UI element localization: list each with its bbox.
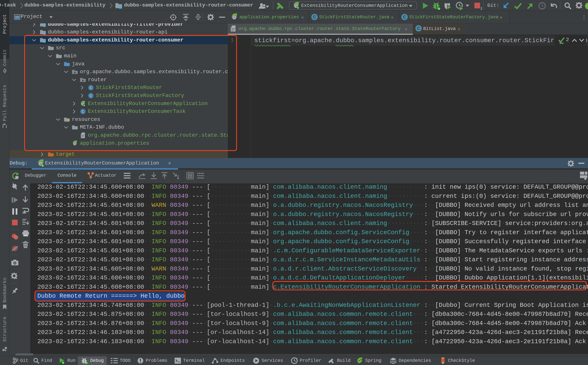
svg-text:2: 2 [481,7,482,10]
svg-text:C: C [403,14,406,20]
svg-text:C: C [417,26,420,31]
svg-text:C: C [313,14,316,20]
